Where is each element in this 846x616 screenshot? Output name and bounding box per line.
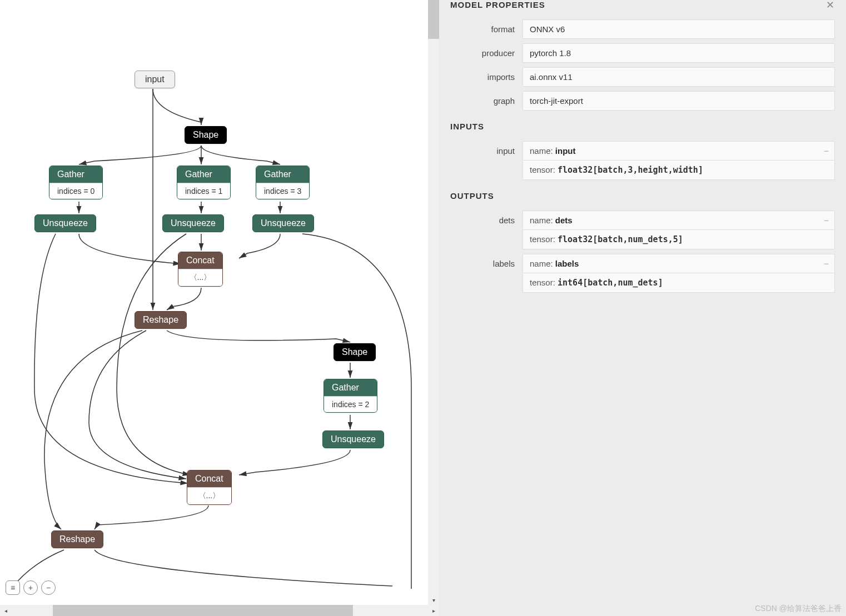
name-value: labels: [555, 259, 579, 268]
properties-panel: MODEL PROPERTIES ✕ format ONNX v6 produc…: [439, 0, 846, 616]
prop-value-tensor[interactable]: tensor: int64[batch,num_dets]: [522, 273, 835, 293]
scrollbar-horizontal-thumb[interactable]: [53, 605, 353, 616]
prop-value-name[interactable]: name: dets −: [522, 211, 835, 230]
scrollbar-horizontal[interactable]: ◂ ▸: [0, 605, 439, 616]
node-body: 〈...〉: [178, 269, 222, 286]
tensor-value: float32[batch,3,height,width]: [558, 165, 703, 175]
node-unsqueeze-2[interactable]: Unsqueeze: [162, 214, 224, 232]
node-label: Unsqueeze: [43, 218, 88, 228]
node-body: 〈...〉: [187, 487, 231, 504]
prop-row-input: input name: input − tensor: float32[batc…: [450, 141, 835, 180]
node-unsqueeze-4[interactable]: Unsqueeze: [322, 430, 384, 448]
watermark: CSDN @给算法爸爸上香: [755, 604, 842, 614]
minus-icon: −: [46, 583, 51, 592]
tensor-prefix: tensor:: [530, 234, 558, 244]
node-label: Unsqueeze: [171, 218, 216, 228]
scrollbar-left-arrow[interactable]: ◂: [0, 605, 11, 616]
node-gather-2[interactable]: Gather indices = 1: [177, 166, 231, 199]
prop-value[interactable]: pytorch 1.8: [522, 43, 835, 63]
collapse-icon[interactable]: −: [824, 216, 829, 225]
prop-label: graph: [450, 91, 522, 106]
prop-row-format: format ONNX v6: [450, 19, 835, 39]
node-head: Gather: [177, 166, 230, 183]
node-gather-3[interactable]: Gather indices = 3: [256, 166, 310, 199]
prop-label: imports: [450, 67, 522, 82]
close-icon[interactable]: ✕: [826, 0, 835, 11]
name-prefix: name:: [530, 216, 555, 225]
section-inputs: INPUTS: [450, 122, 835, 131]
node-head: Gather: [49, 166, 102, 183]
prop-label: producer: [450, 43, 522, 58]
section-outputs: OUTPUTS: [450, 191, 835, 201]
prop-label: input: [450, 141, 522, 156]
zoom-in-button[interactable]: +: [23, 580, 38, 595]
prop-value[interactable]: ONNX v6: [522, 19, 835, 39]
node-body: indices = 0: [49, 183, 102, 199]
toolbar-list-button[interactable]: ≡: [6, 580, 20, 595]
node-body: indices = 2: [324, 396, 377, 412]
prop-row-labels: labels name: labels − tensor: int64[batc…: [450, 254, 835, 293]
prop-value[interactable]: torch-jit-export: [522, 91, 835, 111]
node-label: Unsqueeze: [261, 218, 306, 228]
prop-label: dets: [450, 211, 522, 225]
node-gather-1[interactable]: Gather indices = 0: [49, 166, 103, 199]
tensor-prefix: tensor:: [530, 278, 558, 287]
node-label: Unsqueeze: [331, 434, 376, 444]
zoom-out-button[interactable]: −: [41, 580, 56, 595]
tensor-value: int64[batch,num_dets]: [558, 278, 663, 288]
node-label: input: [145, 74, 165, 84]
node-concat-1[interactable]: Concat 〈...〉: [178, 252, 223, 287]
tensor-prefix: tensor:: [530, 165, 558, 174]
node-shape-2[interactable]: Shape: [334, 343, 376, 361]
node-head: Concat: [178, 252, 222, 269]
section-model-properties: MODEL PROPERTIES ✕: [450, 0, 835, 9]
plus-icon: +: [28, 583, 33, 592]
prop-row-dets: dets name: dets − tensor: float32[batch,…: [450, 211, 835, 249]
prop-value-tensor[interactable]: tensor: float32[batch,num_dets,5]: [522, 230, 835, 249]
prop-label: format: [450, 19, 522, 34]
collapse-icon[interactable]: −: [824, 146, 829, 156]
node-gather-4[interactable]: Gather indices = 2: [324, 379, 377, 413]
prop-row-graph: graph torch-jit-export: [450, 91, 835, 111]
node-label: Shape: [342, 347, 367, 357]
section-heading-text: MODEL PROPERTIES: [450, 0, 545, 9]
node-head: Gather: [324, 379, 377, 396]
name-value: dets: [555, 216, 573, 225]
collapse-icon[interactable]: −: [824, 259, 829, 268]
node-concat-2[interactable]: Concat 〈...〉: [187, 470, 232, 505]
prop-row-producer: producer pytorch 1.8: [450, 43, 835, 63]
node-reshape-2[interactable]: Reshape: [51, 530, 103, 548]
node-label: Reshape: [143, 315, 178, 324]
tensor-value: float32[batch,num_dets,5]: [558, 234, 683, 244]
node-label: Reshape: [59, 534, 95, 544]
node-unsqueeze-1[interactable]: Unsqueeze: [34, 214, 96, 232]
scrollbar-down-arrow[interactable]: ▾: [428, 594, 439, 605]
node-body: indices = 1: [177, 183, 230, 199]
prop-value[interactable]: ai.onnx v11: [522, 67, 835, 87]
node-shape-1[interactable]: Shape: [185, 126, 227, 144]
node-head: Gather: [256, 166, 309, 183]
list-icon: ≡: [11, 583, 15, 592]
graph-panel[interactable]: input Shape Gather indices = 0 Gather in…: [0, 0, 439, 616]
node-reshape-1[interactable]: Reshape: [135, 311, 187, 329]
prop-value-name[interactable]: name: input −: [522, 141, 835, 161]
node-input[interactable]: input: [135, 71, 175, 88]
scrollbar-right-arrow[interactable]: ▸: [428, 605, 439, 616]
prop-value-name[interactable]: name: labels −: [522, 254, 835, 273]
node-label: Shape: [193, 130, 218, 139]
node-head: Concat: [187, 470, 231, 487]
scrollbar-vertical-thumb[interactable]: [428, 0, 439, 39]
name-value: input: [555, 146, 576, 156]
prop-value-tensor[interactable]: tensor: float32[batch,3,height,width]: [522, 161, 835, 180]
name-prefix: name:: [530, 259, 555, 268]
prop-label: labels: [450, 254, 522, 268]
scrollbar-vertical[interactable]: ▾: [428, 0, 439, 605]
node-body: indices = 3: [256, 183, 309, 199]
prop-row-imports: imports ai.onnx v11: [450, 67, 835, 87]
name-prefix: name:: [530, 146, 555, 156]
toolbar: ≡ + −: [6, 580, 56, 595]
node-unsqueeze-3[interactable]: Unsqueeze: [252, 214, 314, 232]
